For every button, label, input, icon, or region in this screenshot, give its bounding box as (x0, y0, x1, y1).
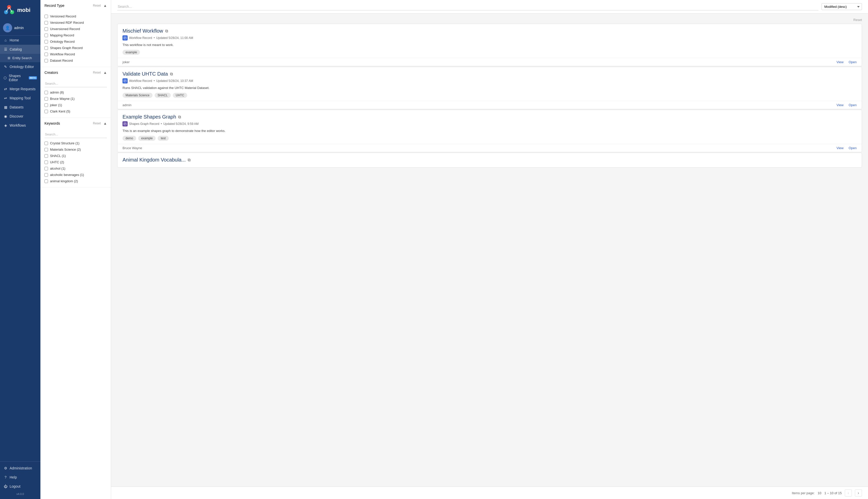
sidebar-item-ontology-editor[interactable]: ✎ Ontology Editor (0, 62, 40, 71)
record-updated-mischief-workflow: Updated 5/28/24, 11:00 AM (156, 36, 193, 40)
filter-option-shacl[interactable]: SHACL (1) (45, 153, 107, 159)
checkbox-bruce-wayne[interactable] (45, 97, 48, 101)
mobi-logo-icon (3, 4, 15, 16)
sidebar-item-discover[interactable]: ◉ Discover (0, 112, 40, 121)
sidebar-item-workflows-label: Workflows (10, 123, 26, 127)
filter-option-admin[interactable]: admin (8) (45, 89, 107, 96)
record-actions-validate-uhtc: View Open (836, 103, 857, 107)
record-desc-validate-uhtc: Runs SHACL validation against the UHTC M… (123, 86, 857, 90)
checkbox-workflow-record[interactable] (45, 52, 48, 56)
record-desc-mischief-workflow: This workflow is not meant to work. (123, 43, 857, 47)
filter-record-type-reset[interactable]: Reset (93, 4, 101, 7)
filter-option-mapping-record[interactable]: Mapping Record (45, 32, 107, 38)
filter-keywords-reset[interactable]: Reset (93, 122, 101, 125)
checkbox-dataset-record[interactable] (45, 59, 48, 62)
filter-creators-reset[interactable]: Reset (93, 71, 101, 74)
filter-option-dataset-record[interactable]: Dataset Record (45, 57, 107, 64)
checkbox-animal-kingdom[interactable] (45, 180, 48, 183)
checkbox-joker[interactable] (45, 104, 48, 107)
checkbox-alcohol[interactable] (45, 167, 48, 170)
pagination-bar: Items per page: 10 1 – 10 of 15 ‹ › (111, 487, 868, 499)
sidebar-item-logout[interactable]: ⏻ Logout (0, 482, 40, 491)
checkbox-shapes-graph-record[interactable] (45, 46, 48, 50)
open-button-example-shapes-graph[interactable]: Open (848, 146, 857, 150)
sidebar-item-entity-search[interactable]: ⊞ Entity Search (0, 54, 40, 62)
filter-option-ontology-record[interactable]: Ontology Record (45, 38, 107, 45)
results-reset-button[interactable]: Reset (853, 18, 862, 22)
filter-label-dataset-record: Dataset Record (50, 59, 73, 62)
creators-search-input[interactable] (45, 80, 107, 87)
filter-option-alcohol[interactable]: alcohol (1) (45, 165, 107, 172)
checkbox-unversioned-record[interactable] (45, 27, 48, 31)
checkbox-crystal-structure[interactable] (45, 142, 48, 145)
logo: mobi (0, 0, 40, 20)
checkbox-mapping-record[interactable] (45, 34, 48, 37)
filter-option-uhtc[interactable]: UHTC (2) (45, 159, 107, 165)
keywords-search-input[interactable] (45, 131, 107, 138)
sidebar-item-datasets[interactable]: ▦ Datasets (0, 102, 40, 112)
avatar-initial: 👤 (5, 25, 10, 31)
checkbox-versioned-record[interactable] (45, 15, 48, 18)
sidebar-item-administration[interactable]: ⚙ Administration (0, 464, 40, 473)
copy-icon-mischief-workflow[interactable]: ⧉ (165, 29, 168, 33)
view-button-validate-uhtc[interactable]: View (836, 103, 843, 107)
checkbox-clark-kent[interactable] (45, 110, 48, 113)
sidebar-item-merge-requests[interactable]: ⇄ Merge Requests (0, 84, 40, 94)
checkbox-admin[interactable] (45, 91, 48, 94)
sidebar-item-discover-label: Discover (10, 114, 23, 118)
filter-keywords-header[interactable]: Keywords Reset ▲ (40, 118, 111, 129)
filter-creators-header[interactable]: Creators Reset ▲ (40, 67, 111, 78)
filter-option-clark-kent[interactable]: Clark Kent (5) (45, 108, 107, 114)
filter-option-joker[interactable]: joker (1) (45, 102, 107, 108)
tag-shacl: SHACL (155, 93, 171, 98)
filter-option-crystal-structure[interactable]: Crystal Structure (1) (45, 140, 107, 146)
filter-label-versioned-rdf-record: Versioned RDF Record (50, 21, 84, 25)
view-button-example-shapes-graph[interactable]: View (836, 146, 843, 150)
filter-label-animal-kingdom: animal kingdom (2) (50, 179, 78, 183)
sidebar-item-mapping-tool[interactable]: ⇌ Mapping Tool (0, 94, 40, 102)
view-button-mischief-workflow[interactable]: View (836, 60, 843, 64)
user-profile[interactable]: 👤 admin (0, 20, 40, 36)
filter-label-uhtc: UHTC (2) (50, 160, 64, 164)
sidebar-item-shapes-editor[interactable]: ⬡ Shapes Editor BETA (0, 71, 40, 84)
checkbox-shacl[interactable] (45, 154, 48, 158)
filter-label-unversioned-record: Unversioned Record (50, 27, 80, 31)
filter-option-shapes-graph-record[interactable]: Shapes Graph Record (45, 45, 107, 51)
results-search-input[interactable] (117, 3, 818, 10)
tag-materials-science: Materials Science (123, 93, 153, 98)
copy-icon-validate-uhtc[interactable]: ⧉ (170, 72, 173, 76)
filter-label-mapping-record: Mapping Record (50, 33, 74, 37)
record-card-mischief-workflow: Mischief Workflow ⧉ Workflow Record • Up… (117, 24, 862, 66)
sidebar-item-home[interactable]: ⌂ Home (0, 36, 40, 45)
open-button-validate-uhtc[interactable]: Open (848, 103, 857, 107)
filter-option-bruce-wayne[interactable]: Bruce Wayne (1) (45, 96, 107, 102)
filter-option-versioned-rdf-record[interactable]: Versioned RDF Record (45, 20, 107, 26)
filter-record-type-header[interactable]: Record Type Reset ▲ (40, 0, 111, 11)
sidebar-item-help[interactable]: ? Help (0, 473, 40, 482)
filter-option-materials-science[interactable]: Materials Science (2) (45, 146, 107, 153)
ontology-editor-icon: ✎ (3, 65, 8, 69)
filter-option-unversioned-record[interactable]: Unversioned Record (45, 26, 107, 32)
filter-option-animal-kingdom[interactable]: animal kingdom (2) (45, 178, 107, 184)
sort-select[interactable]: Modified (desc) Modified (asc) Title (as… (821, 3, 862, 10)
copy-icon-animal-kingdom[interactable]: ⧉ (188, 158, 190, 162)
pagination-prev-button[interactable]: ‹ (845, 489, 852, 497)
checkbox-alcoholic-beverages[interactable] (45, 173, 48, 177)
pagination-next-button[interactable]: › (855, 489, 862, 497)
filter-option-alcoholic-beverages[interactable]: alcoholic beverages (1) (45, 172, 107, 178)
checkbox-uhtc[interactable] (45, 160, 48, 164)
checkbox-materials-science[interactable] (45, 148, 48, 151)
filter-option-workflow-record[interactable]: Workflow Record (45, 51, 107, 57)
results-area: Modified (desc) Modified (asc) Title (as… (111, 0, 868, 499)
filter-creators-label: Creators (45, 71, 58, 75)
avatar: 👤 (3, 23, 12, 32)
copy-icon-example-shapes-graph[interactable]: ⧉ (178, 115, 181, 119)
sidebar-item-catalog[interactable]: ☰ Catalog (0, 45, 40, 54)
filter-option-versioned-record[interactable]: Versioned Record (45, 13, 107, 20)
sidebar-item-workflows[interactable]: ◈ Workflows (0, 121, 40, 130)
checkbox-versioned-rdf-record[interactable] (45, 21, 48, 25)
filter-label-alcoholic-beverages: alcoholic beverages (1) (50, 173, 84, 177)
checkbox-ontology-record[interactable] (45, 40, 48, 44)
sidebar-item-entity-search-label: Entity Search (12, 56, 32, 60)
open-button-mischief-workflow[interactable]: Open (848, 60, 857, 64)
